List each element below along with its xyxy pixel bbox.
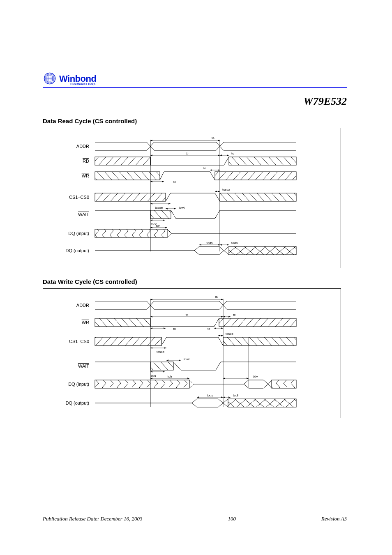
svg-text:tcwt: tcwt bbox=[184, 357, 190, 361]
svg-text:tc: tc bbox=[231, 152, 234, 155]
logo-text: Winbond Electronics Corp. bbox=[59, 74, 96, 85]
svg-text:td: td bbox=[173, 327, 176, 331]
svg-rect-28 bbox=[229, 157, 296, 165]
svg-rect-40 bbox=[95, 193, 166, 201]
timing-diagram-write: ADDR ta WR tb tc td te bbox=[43, 288, 341, 418]
svg-text:tide: tide bbox=[151, 374, 156, 378]
svg-text:td: td bbox=[173, 180, 176, 184]
svg-rect-85 bbox=[95, 318, 150, 327]
svg-rect-87 bbox=[219, 318, 296, 327]
svg-text:toh: toh bbox=[167, 375, 172, 378]
svg-text:ta: ta bbox=[212, 136, 214, 140]
svg-text:todh: todh bbox=[233, 394, 240, 397]
svg-text:tb: tb bbox=[186, 313, 189, 317]
svg-rect-114 bbox=[95, 380, 189, 388]
svg-rect-106 bbox=[150, 362, 173, 370]
svg-text:tods: tods bbox=[206, 241, 212, 245]
sig-dqout-label: DQ (output) bbox=[66, 248, 89, 253]
section-title-read: Data Read Cycle (CS controlled) bbox=[43, 117, 347, 124]
sig-rd-label: RD bbox=[83, 159, 89, 164]
svg-rect-124 bbox=[228, 399, 296, 407]
svg-rect-99 bbox=[223, 337, 296, 345]
sig-addr-label: ADDR bbox=[76, 144, 89, 149]
svg-text:tidv: tidv bbox=[253, 375, 258, 378]
svg-rect-48 bbox=[150, 210, 171, 219]
footer-right: Revision A3 bbox=[321, 516, 347, 522]
part-number: W79E532 bbox=[43, 95, 347, 108]
svg-rect-26 bbox=[95, 157, 150, 165]
footer-page: - 100 - bbox=[225, 516, 239, 522]
svg-text:ADDR: ADDR bbox=[76, 303, 89, 308]
svg-text:tcsoz: tcsoz bbox=[222, 188, 230, 191]
svg-text:toh: toh bbox=[156, 224, 160, 228]
svg-rect-116 bbox=[272, 380, 296, 388]
footer-left: Publication Release Date: December 16, 2… bbox=[43, 516, 143, 522]
svg-rect-55 bbox=[95, 229, 167, 237]
svg-text:CS1–CS0: CS1–CS0 bbox=[69, 339, 89, 344]
footer: Publication Release Date: December 16, 2… bbox=[43, 516, 347, 522]
sig-cs-label: CS1–CS0 bbox=[69, 195, 89, 200]
svg-text:te: te bbox=[208, 327, 210, 331]
svg-text:todh: todh bbox=[231, 241, 238, 245]
svg-rect-42 bbox=[220, 193, 296, 201]
svg-text:tc: tc bbox=[233, 313, 235, 317]
svg-text:DQ (input): DQ (input) bbox=[68, 382, 89, 387]
svg-text:WR: WR bbox=[82, 320, 89, 325]
svg-text:DQ (output): DQ (output) bbox=[66, 401, 89, 405]
svg-text:tcsoe: tcsoe bbox=[157, 350, 165, 354]
svg-rect-60 bbox=[229, 246, 296, 255]
svg-text:tods: tods bbox=[207, 394, 213, 397]
section-title-write: Data Write Cycle (CS controlled) bbox=[43, 278, 347, 285]
svg-text:ta: ta bbox=[215, 295, 218, 299]
svg-text:tcwt: tcwt bbox=[179, 206, 185, 210]
globe-icon bbox=[43, 71, 57, 85]
timing-diagram-read: ADDR ta RD tb tc WR bbox=[43, 128, 341, 268]
sig-wait-label: WAIT bbox=[78, 212, 89, 217]
svg-rect-35 bbox=[215, 172, 296, 180]
sig-wr-label: WR bbox=[82, 173, 89, 178]
svg-text:tcsoe: tcsoe bbox=[155, 206, 163, 210]
svg-text:tcsoz: tcsoz bbox=[226, 332, 233, 336]
svg-text:tb: tb bbox=[186, 152, 189, 155]
svg-text:te: te bbox=[203, 166, 206, 170]
sig-dqin-label: DQ (input) bbox=[68, 231, 89, 236]
logo-row: Winbond Electronics Corp. bbox=[43, 71, 347, 88]
svg-rect-97 bbox=[95, 337, 161, 345]
svg-rect-33 bbox=[95, 172, 160, 180]
svg-text:WAIT: WAIT bbox=[78, 364, 89, 368]
